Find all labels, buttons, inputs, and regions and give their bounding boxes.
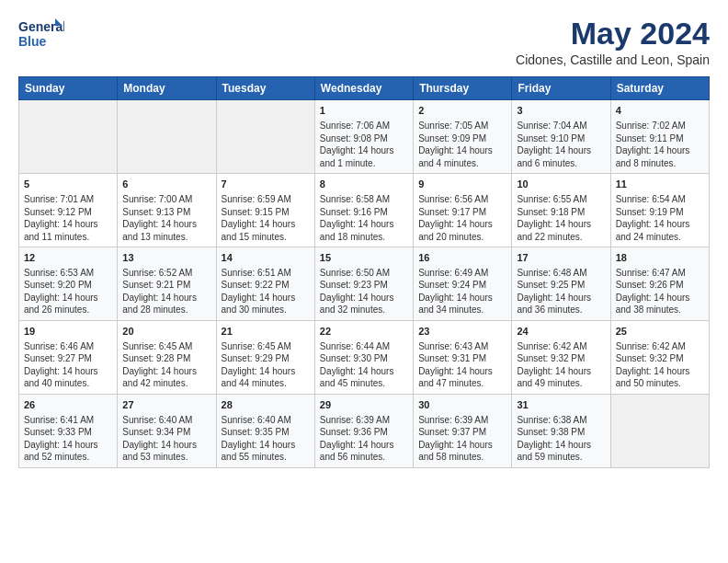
info-line: Sunrise: 6:59 AM <box>222 193 310 206</box>
day-number: 5 <box>24 178 112 191</box>
col-header-thursday: Thursday <box>414 77 512 100</box>
header: General Blue May 2024 Cidones, Castille … <box>18 17 710 67</box>
day-cell: 6Sunrise: 7:00 AMSunset: 9:13 PMDaylight… <box>118 174 216 247</box>
info-line: Sunset: 9:08 PM <box>320 132 408 145</box>
day-number: 1 <box>320 104 408 118</box>
info-line: Sunrise: 7:00 AM <box>122 193 210 206</box>
info-line: Sunrise: 6:44 AM <box>320 340 408 353</box>
info-line: Sunset: 9:17 PM <box>418 206 506 219</box>
day-number: 14 <box>222 251 310 265</box>
info-line: Sunset: 9:11 PM <box>616 132 704 145</box>
day-cell: 23Sunrise: 6:43 AMSunset: 9:31 PMDayligh… <box>414 320 512 394</box>
logo: General Blue <box>18 17 64 50</box>
day-number: 22 <box>320 325 408 339</box>
day-info: Sunrise: 6:44 AMSunset: 9:30 PMDaylight:… <box>320 340 408 390</box>
info-line: Sunset: 9:21 PM <box>122 279 210 292</box>
info-line: Sunrise: 6:52 AM <box>122 267 210 280</box>
day-info: Sunrise: 6:43 AMSunset: 9:31 PMDaylight:… <box>418 340 506 390</box>
main-title: May 2024 <box>516 17 710 51</box>
day-number: 4 <box>616 104 704 118</box>
day-cell: 20Sunrise: 6:45 AMSunset: 9:28 PMDayligh… <box>118 320 216 394</box>
day-number: 18 <box>616 251 704 265</box>
logo-svg: General Blue <box>18 17 64 50</box>
col-header-saturday: Saturday <box>610 77 709 100</box>
info-line: Daylight: 14 hours and 30 minutes. <box>222 292 310 316</box>
info-line: Sunset: 9:19 PM <box>616 206 704 219</box>
info-line: Sunrise: 6:51 AM <box>222 267 310 280</box>
day-cell: 21Sunrise: 6:45 AMSunset: 9:29 PMDayligh… <box>216 320 314 394</box>
info-line: Sunset: 9:23 PM <box>320 279 408 292</box>
day-cell: 14Sunrise: 6:51 AMSunset: 9:22 PMDayligh… <box>216 247 314 321</box>
info-line: Daylight: 14 hours and 38 minutes. <box>616 292 704 316</box>
info-line: Sunrise: 6:56 AM <box>418 193 506 206</box>
info-line: Sunrise: 6:50 AM <box>320 267 408 280</box>
info-line: Sunrise: 6:48 AM <box>517 267 605 280</box>
info-line: Daylight: 14 hours and 20 minutes. <box>418 218 506 243</box>
info-line: Sunset: 9:38 PM <box>517 426 605 439</box>
header-row: SundayMondayTuesdayWednesdayThursdayFrid… <box>19 77 710 100</box>
day-info: Sunrise: 6:49 AMSunset: 9:24 PMDaylight:… <box>418 267 506 316</box>
day-info: Sunrise: 6:55 AMSunset: 9:18 PMDaylight:… <box>517 193 605 243</box>
week-row-4: 19Sunrise: 6:46 AMSunset: 9:27 PMDayligh… <box>19 320 710 394</box>
info-line: Daylight: 14 hours and 56 minutes. <box>320 439 408 464</box>
col-header-tuesday: Tuesday <box>216 77 314 100</box>
day-number: 25 <box>616 325 704 339</box>
day-info: Sunrise: 6:54 AMSunset: 9:19 PMDaylight:… <box>616 193 704 243</box>
info-line: Sunset: 9:26 PM <box>616 279 704 292</box>
day-info: Sunrise: 7:05 AMSunset: 9:09 PMDaylight:… <box>418 120 506 169</box>
day-cell <box>118 100 216 174</box>
info-line: Daylight: 14 hours and 18 minutes. <box>320 218 408 243</box>
day-info: Sunrise: 7:06 AMSunset: 9:08 PMDaylight:… <box>320 120 408 169</box>
day-cell: 31Sunrise: 6:38 AMSunset: 9:38 PMDayligh… <box>512 394 610 467</box>
info-line: Sunrise: 6:49 AM <box>418 267 506 280</box>
day-info: Sunrise: 6:50 AMSunset: 9:23 PMDaylight:… <box>320 267 408 316</box>
day-number: 30 <box>418 398 506 412</box>
info-line: Daylight: 14 hours and 44 minutes. <box>222 365 310 390</box>
day-cell: 4Sunrise: 7:02 AMSunset: 9:11 PMDaylight… <box>610 100 709 174</box>
day-number: 27 <box>122 398 210 412</box>
day-number: 31 <box>517 398 605 412</box>
day-number: 9 <box>418 178 506 191</box>
day-number: 29 <box>320 398 408 412</box>
day-cell <box>216 100 314 174</box>
info-line: Sunrise: 7:06 AM <box>320 120 408 132</box>
info-line: Sunrise: 6:38 AM <box>517 414 605 427</box>
day-info: Sunrise: 7:00 AMSunset: 9:13 PMDaylight:… <box>122 193 210 243</box>
info-line: Sunset: 9:37 PM <box>418 426 506 439</box>
day-info: Sunrise: 6:52 AMSunset: 9:21 PMDaylight:… <box>122 267 210 316</box>
day-info: Sunrise: 6:41 AMSunset: 9:33 PMDaylight:… <box>24 414 112 464</box>
info-line: Sunrise: 6:53 AM <box>24 267 112 280</box>
week-row-5: 26Sunrise: 6:41 AMSunset: 9:33 PMDayligh… <box>19 394 710 467</box>
day-info: Sunrise: 7:04 AMSunset: 9:10 PMDaylight:… <box>517 120 605 169</box>
info-line: Sunrise: 6:45 AM <box>222 340 310 353</box>
day-cell: 18Sunrise: 6:47 AMSunset: 9:26 PMDayligh… <box>610 247 709 321</box>
day-cell: 29Sunrise: 6:39 AMSunset: 9:36 PMDayligh… <box>314 394 413 467</box>
day-number: 10 <box>517 178 605 191</box>
day-number: 21 <box>222 325 310 339</box>
day-cell: 12Sunrise: 6:53 AMSunset: 9:20 PMDayligh… <box>19 247 118 321</box>
day-cell: 27Sunrise: 6:40 AMSunset: 9:34 PMDayligh… <box>118 394 216 467</box>
info-line: Sunrise: 7:05 AM <box>418 120 506 132</box>
day-info: Sunrise: 6:42 AMSunset: 9:32 PMDaylight:… <box>517 340 605 390</box>
subtitle: Cidones, Castille and Leon, Spain <box>516 52 710 67</box>
svg-text:Blue: Blue <box>18 34 47 49</box>
week-row-2: 5Sunrise: 7:01 AMSunset: 9:12 PMDaylight… <box>19 174 710 247</box>
day-cell: 10Sunrise: 6:55 AMSunset: 9:18 PMDayligh… <box>512 174 610 247</box>
info-line: Sunrise: 6:42 AM <box>616 340 704 353</box>
day-number: 2 <box>418 104 506 118</box>
calendar-table: SundayMondayTuesdayWednesdayThursdayFrid… <box>18 76 710 467</box>
day-number: 20 <box>122 325 210 339</box>
day-info: Sunrise: 6:56 AMSunset: 9:17 PMDaylight:… <box>418 193 506 243</box>
info-line: Daylight: 14 hours and 13 minutes. <box>122 218 210 243</box>
info-line: Daylight: 14 hours and 59 minutes. <box>517 439 605 464</box>
week-row-3: 12Sunrise: 6:53 AMSunset: 9:20 PMDayligh… <box>19 247 710 321</box>
info-line: Daylight: 14 hours and 47 minutes. <box>418 365 506 390</box>
info-line: Sunrise: 6:46 AM <box>24 340 112 353</box>
info-line: Sunset: 9:12 PM <box>24 206 112 219</box>
day-info: Sunrise: 6:39 AMSunset: 9:37 PMDaylight:… <box>418 414 506 464</box>
info-line: Sunrise: 7:02 AM <box>616 120 704 132</box>
info-line: Daylight: 14 hours and 15 minutes. <box>222 218 310 243</box>
day-info: Sunrise: 6:42 AMSunset: 9:32 PMDaylight:… <box>616 340 704 390</box>
day-number: 13 <box>122 251 210 265</box>
info-line: Daylight: 14 hours and 11 minutes. <box>24 218 112 243</box>
